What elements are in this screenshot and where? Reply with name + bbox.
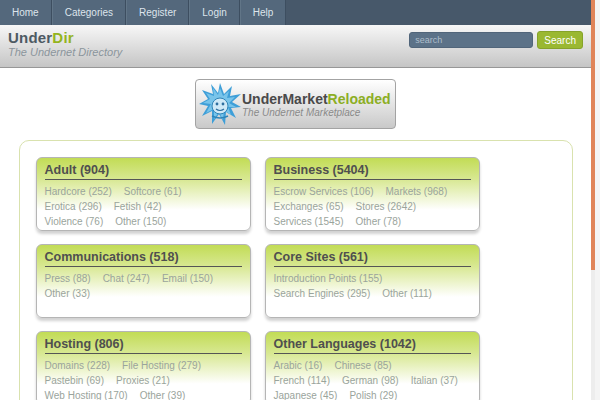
category-box: Business (5404) Escrow Services (106)Mar… [265,157,480,231]
category-link[interactable]: Italian (37) [411,374,458,387]
category-link[interactable]: Introduction Points (155) [274,272,383,285]
category-box: Communications (518) Press (88)Chat (247… [36,244,251,318]
category-links: Press (88)Chat (247)Email (150)Other (33… [45,270,242,300]
category-links: Arabic (16)Chinese (85)French (114)Germa… [274,357,471,400]
category-title[interactable]: Adult (904) [45,163,242,177]
scrollbar-track[interactable] [591,0,595,400]
category-link[interactable]: Domains (228) [45,359,111,372]
category-link[interactable]: Violence (76) [45,215,104,228]
search-bar: Search [409,31,583,49]
category-link[interactable]: Softcore (61) [124,185,182,198]
category-link[interactable]: Press (88) [45,272,91,285]
category-link[interactable]: Other (78) [356,215,402,228]
top-navbar: HomeCategoriesRegisterLoginHelp [0,0,591,25]
category-link[interactable]: Proxies (21) [116,374,170,387]
category-title[interactable]: Hosting (806) [45,337,242,351]
category-links: Introduction Points (155)Search Engines … [274,270,471,300]
category-box: Other Languages (1042) Arabic (16)Chines… [265,331,480,400]
banner-title: UnderMarketReloaded [242,91,391,107]
category-divider [274,353,471,354]
nav-item-categories[interactable]: Categories [52,0,126,25]
category-divider [274,266,471,267]
banner-title-part1: UnderMarket [242,91,328,107]
category-divider [45,353,242,354]
site-tagline: The Undernet Directory [8,46,122,58]
category-title[interactable]: Business (5404) [274,163,471,177]
category-link[interactable]: File Hosting (279) [122,359,201,372]
category-link[interactable]: Other (150) [115,215,166,228]
category-link[interactable]: Polish (29) [349,389,397,400]
banner-title-part2: Reloaded [328,91,391,107]
category-link[interactable]: Services (1545) [274,215,344,228]
category-link[interactable]: German (98) [342,374,399,387]
nav-item-register[interactable]: Register [126,0,189,25]
category-link[interactable]: Arabic (16) [274,359,323,372]
nav-item-help[interactable]: Help [240,0,287,25]
directory-container: Adult (904) Hardcore (252)Softcore (61)E… [19,140,573,400]
undermarket-logo-icon [198,82,242,126]
search-button[interactable]: Search [537,31,583,49]
category-grid: Adult (904) Hardcore (252)Softcore (61)E… [36,157,572,400]
category-link[interactable]: Hardcore (252) [45,185,112,198]
category-link[interactable]: Email (150) [162,272,213,285]
category-link[interactable]: Chat (247) [103,272,150,285]
category-links: Escrow Services (106)Markets (968)Exchan… [274,183,471,228]
category-divider [45,266,242,267]
undermarket-banner[interactable]: UnderMarketReloaded The Undernet Marketp… [195,79,396,129]
category-link[interactable]: Erotica (296) [45,200,102,213]
category-link[interactable]: Markets (968) [386,185,448,198]
category-link[interactable]: Other (39) [140,389,186,400]
category-link[interactable]: Exchanges (65) [274,200,344,213]
right-gutter [595,0,600,400]
site-logo[interactable]: UnderDir [8,29,74,46]
scrollbar-thumb[interactable] [591,0,595,270]
banner-text: UnderMarketReloaded The Undernet Marketp… [242,91,391,118]
category-link[interactable]: French (114) [274,374,331,387]
category-link[interactable]: Fetish (42) [114,200,162,213]
category-link[interactable]: Web Hosting (170) [45,389,128,400]
page: HomeCategoriesRegisterLoginHelp UnderDir… [0,0,591,400]
nav-item-home[interactable]: Home [0,0,52,25]
category-link[interactable]: Other (33) [45,287,91,300]
category-title[interactable]: Other Languages (1042) [274,337,471,351]
search-input[interactable] [409,32,533,48]
category-link[interactable]: Japanese (45) [274,389,338,400]
nav-item-login[interactable]: Login [189,0,239,25]
category-link[interactable]: Search Engines (295) [274,287,371,300]
category-title[interactable]: Communications (518) [45,250,242,264]
category-link[interactable]: Escorts (27) [45,230,99,231]
category-links: Hardcore (252)Softcore (61)Erotica (296)… [45,183,242,231]
category-link[interactable]: Other (111) [382,287,432,300]
site-logo-part1: Under [8,29,52,46]
category-box: Adult (904) Hardcore (252)Softcore (61)E… [36,157,251,231]
category-box: Core Sites (561) Introduction Points (15… [265,244,480,318]
site-header: UnderDir The Undernet Directory Search [0,25,591,68]
category-box: Hosting (806) Domains (228)File Hosting … [36,331,251,400]
category-divider [45,179,242,180]
category-title[interactable]: Core Sites (561) [274,250,471,264]
category-link[interactable]: Stores (2642) [356,200,417,213]
category-link[interactable]: Chinese (85) [334,359,391,372]
site-logo-part2: Dir [52,29,73,46]
category-link[interactable]: Pastebin (69) [45,374,104,387]
category-link[interactable]: Escrow Services (106) [274,185,374,198]
banner-subtitle: The Undernet Marketplace [242,107,391,118]
category-divider [274,179,471,180]
category-links: Domains (228)File Hosting (279)Pastebin … [45,357,242,400]
